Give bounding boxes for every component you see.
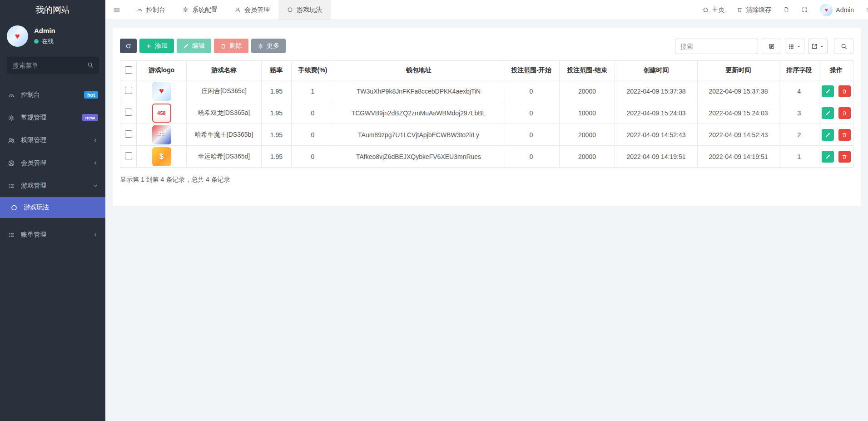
docs-button[interactable] bbox=[784, 7, 789, 13]
created-cell: 2022-04-09 14:52:43 bbox=[615, 124, 698, 146]
bet-start-cell: 0 bbox=[503, 124, 560, 146]
row-checkbox[interactable] bbox=[125, 109, 132, 116]
clear-cache-button[interactable]: 清除缓存 bbox=[737, 6, 771, 14]
col-header-updated[interactable]: 更新时间 bbox=[698, 61, 779, 80]
table-row: ♥ 庄闲合[DS365c] 1.95 1 TW3uXhP9k8JnFKFa8cc… bbox=[120, 80, 853, 102]
game-logo-glyph: ♥ bbox=[159, 86, 164, 96]
refresh-button[interactable] bbox=[120, 39, 137, 53]
sidebar-item-label: 账单管理 bbox=[21, 231, 46, 239]
sidebar-item-general[interactable]: 常规管理 new bbox=[0, 106, 105, 129]
row-delete-button[interactable] bbox=[838, 151, 851, 163]
plus-icon bbox=[146, 43, 152, 49]
home-link[interactable]: 主页 bbox=[703, 6, 724, 14]
col-header-odds[interactable]: 赔率 bbox=[262, 61, 292, 80]
sort-cell: 1 bbox=[779, 146, 819, 168]
pencil-icon bbox=[825, 132, 831, 138]
user-status-label: 在线 bbox=[42, 37, 54, 45]
row-edit-button[interactable] bbox=[822, 129, 834, 141]
sidebar-item-label: 控制台 bbox=[21, 91, 40, 99]
fee-cell: 0 bbox=[292, 146, 334, 168]
col-header-wallet[interactable]: 钱包地址 bbox=[334, 61, 503, 80]
tab-dashboard[interactable]: 控制台 bbox=[128, 0, 174, 20]
select-all-checkbox[interactable] bbox=[125, 66, 132, 74]
bet-end-cell: 20000 bbox=[560, 146, 615, 168]
actions-cell bbox=[819, 146, 853, 168]
sidebar-item-auth[interactable]: 权限管理 bbox=[0, 129, 105, 152]
refresh-icon bbox=[125, 43, 131, 49]
row-delete-button[interactable] bbox=[838, 85, 851, 97]
top-navbar: 控制台 系统配置 会员管理 游戏玩法 主页 清除缓存 ♥ bbox=[105, 0, 868, 20]
user-panel: ♥ Admin 在线 bbox=[0, 20, 105, 50]
detail-view-icon bbox=[769, 43, 775, 50]
col-header-logo[interactable]: 游戏logo bbox=[137, 61, 187, 80]
trash-icon bbox=[737, 7, 743, 13]
col-header-bet-end[interactable]: 投注范围-结束 bbox=[560, 61, 615, 80]
trash-icon bbox=[842, 154, 847, 159]
updated-cell: 2022-04-09 15:24:03 bbox=[698, 102, 779, 124]
sidebar-item-label: 常规管理 bbox=[21, 114, 46, 122]
row-edit-button[interactable] bbox=[822, 151, 834, 163]
menu-search-input[interactable] bbox=[7, 57, 99, 74]
odds-cell: 1.95 bbox=[262, 80, 292, 102]
fullscreen-button[interactable] bbox=[802, 7, 808, 13]
table-search-input[interactable] bbox=[675, 39, 758, 54]
created-cell: 2022-04-09 15:24:03 bbox=[615, 102, 698, 124]
sidebar-item-bills[interactable]: 账单管理 bbox=[0, 223, 105, 246]
sidebar-item-games[interactable]: 游戏管理 bbox=[0, 174, 105, 197]
sidebar-toggle-button[interactable] bbox=[105, 0, 128, 20]
tab-gameplay[interactable]: 游戏玩法 bbox=[278, 0, 331, 20]
delete-button[interactable]: 删除 bbox=[214, 39, 248, 53]
tab-system-config[interactable]: 系统配置 bbox=[174, 0, 226, 20]
wallet-cell: TW3uXhP9k8JnFKFa8ccebDPKK4aexbjTiN bbox=[334, 80, 503, 102]
trash-icon bbox=[842, 110, 847, 116]
caret-down-icon bbox=[819, 44, 824, 49]
col-header-actions[interactable]: 操作 bbox=[819, 61, 853, 80]
tab-members[interactable]: 会员管理 bbox=[226, 0, 278, 20]
col-header-sort[interactable]: 排序字段 bbox=[779, 61, 819, 80]
more-button[interactable]: 更多 bbox=[251, 39, 286, 53]
wallet-cell: TAum89zpg7U1LCVjtApjbECWBW3to2irLy bbox=[334, 124, 503, 146]
col-header-bet-start[interactable]: 投注范围-开始 bbox=[503, 61, 560, 80]
sidebar-item-label: 游戏管理 bbox=[21, 182, 46, 190]
updated-cell: 2022-04-09 14:19:51 bbox=[698, 146, 779, 168]
toolbar-right bbox=[675, 39, 853, 54]
user-circle-icon bbox=[7, 160, 15, 167]
detail-view-button[interactable] bbox=[762, 39, 781, 54]
actions-cell bbox=[819, 80, 853, 102]
caret-down-icon bbox=[796, 44, 801, 49]
user-avatar[interactable]: ♥ bbox=[7, 25, 28, 47]
col-header-created[interactable]: 创建时间 bbox=[615, 61, 698, 80]
settings-button[interactable] bbox=[866, 7, 868, 13]
table-panel: 添加 编辑 删除 更多 bbox=[113, 28, 861, 206]
row-checkbox[interactable] bbox=[125, 152, 132, 159]
sidebar: 我的网站 ♥ Admin 在线 控制台 hot 常规管理 new 权限管理 bbox=[0, 0, 105, 421]
bet-start-cell: 0 bbox=[503, 146, 560, 168]
row-delete-button[interactable] bbox=[838, 107, 851, 119]
chevron-left-icon bbox=[93, 138, 98, 143]
sidebar-item-label: 权限管理 bbox=[21, 136, 46, 144]
export-button[interactable] bbox=[808, 39, 828, 54]
row-delete-button[interactable] bbox=[838, 129, 851, 141]
tab-label: 控制台 bbox=[146, 6, 165, 14]
columns-button[interactable] bbox=[785, 39, 804, 54]
col-header-fee[interactable]: 手续费(%) bbox=[292, 61, 334, 80]
sidebar-item-members[interactable]: 会员管理 bbox=[0, 152, 105, 174]
app-title: 我的网站 bbox=[0, 0, 105, 20]
pencil-icon bbox=[825, 89, 831, 94]
search-button[interactable] bbox=[834, 39, 853, 54]
row-checkbox[interactable] bbox=[125, 130, 132, 138]
sidebar-item-dashboard[interactable]: 控制台 hot bbox=[0, 84, 105, 106]
avatar: ♥ bbox=[820, 4, 833, 16]
game-name-cell: 哈希牛魔王[DS365b] bbox=[187, 124, 262, 146]
table-row: 458 哈希双龙[DS365a] 1.95 0 TCGWVB9jn2dBZQ2z… bbox=[120, 102, 853, 124]
row-edit-button[interactable] bbox=[822, 107, 834, 119]
search-icon bbox=[87, 62, 94, 68]
hot-badge: hot bbox=[84, 91, 98, 99]
sidebar-item-gameplay[interactable]: 游戏玩法 bbox=[0, 197, 105, 218]
edit-button[interactable]: 编辑 bbox=[177, 39, 211, 53]
add-button[interactable]: 添加 bbox=[139, 39, 174, 53]
row-checkbox[interactable] bbox=[125, 87, 132, 94]
user-menu[interactable]: ♥ Admin bbox=[820, 4, 854, 16]
col-header-name[interactable]: 游戏名称 bbox=[187, 61, 262, 80]
row-edit-button[interactable] bbox=[822, 85, 834, 97]
